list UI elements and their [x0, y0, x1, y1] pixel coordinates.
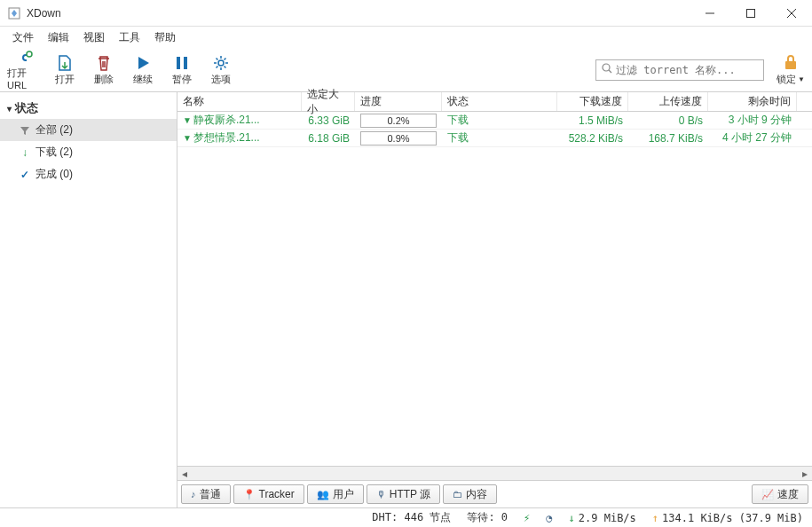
- arrow-down-icon: ↓: [569, 512, 575, 524]
- plug-icon: ⚡: [524, 512, 530, 524]
- folder-icon: 🗀: [453, 489, 462, 499]
- status-up: ↑134.1 KiB/s (37.9 MiB): [652, 512, 803, 524]
- pin-icon: 📍: [243, 489, 256, 500]
- table-row[interactable]: ▼静夜厮杀.21... 6.33 GiB 0.2% 下载 1.5 MiB/s 0…: [177, 112, 812, 130]
- status-down: ↓2.9 MiB/s: [569, 512, 636, 524]
- app-icon: [7, 6, 21, 20]
- scroll-left-icon[interactable]: ◂: [177, 467, 192, 480]
- status-bar: DHT: 446 节点 等待: 0 ⚡ ◔ ↓2.9 MiB/s ↑134.1 …: [0, 507, 812, 527]
- open-url-button[interactable]: 打开 URL: [7, 51, 44, 89]
- window-title: XDown: [27, 7, 690, 20]
- col-status[interactable]: 状态: [442, 92, 557, 111]
- options-button[interactable]: 选项: [202, 51, 240, 89]
- search-input[interactable]: [616, 64, 758, 76]
- col-name[interactable]: 名称: [177, 92, 302, 111]
- pause-icon: [175, 53, 189, 73]
- minimize-button[interactable]: [690, 0, 730, 27]
- lock-icon: [782, 54, 800, 73]
- status-dht: DHT: 446 节点: [372, 510, 451, 525]
- file-icon: [57, 53, 73, 73]
- gauge-icon: ◔: [546, 512, 552, 524]
- mic-icon: 🎙: [376, 489, 386, 499]
- note-icon: ♪: [191, 489, 196, 499]
- users-icon: 👥: [317, 489, 329, 500]
- search-box[interactable]: [595, 59, 764, 81]
- col-progress[interactable]: 进度: [355, 92, 442, 111]
- chart-icon: 📈: [761, 489, 774, 500]
- tab-tracker[interactable]: 📍Tracker: [233, 484, 304, 504]
- pause-button[interactable]: 暂停: [163, 51, 201, 89]
- resume-button[interactable]: 继续: [124, 51, 162, 89]
- link-icon: [17, 49, 35, 67]
- close-button[interactable]: [771, 0, 812, 27]
- col-down[interactable]: 下载速度: [557, 92, 628, 111]
- scroll-right-icon[interactable]: ▸: [798, 467, 812, 480]
- toolbar: 打开 URL 打开 删除 继续 暂停 选项 锁定▼: [0, 48, 812, 92]
- sidebar-item-downloading[interactable]: ↓ 下载 (2): [0, 141, 177, 163]
- open-button[interactable]: 打开: [46, 51, 83, 89]
- svg-point-8: [218, 60, 224, 66]
- svg-line-10: [609, 70, 611, 73]
- lock-button[interactable]: 锁定▼: [777, 54, 805, 86]
- download-icon: ▼: [183, 115, 192, 125]
- col-up[interactable]: 上传速度: [628, 92, 708, 111]
- status-plug: ⚡: [524, 512, 530, 524]
- menu-bar: 文件 编辑 视图 工具 帮助: [0, 27, 812, 48]
- sidebar: ▾ 状态 全部 (2) ↓ 下载 (2) ✓ 完成 (0): [0, 92, 177, 507]
- download-icon: ↓: [18, 146, 32, 159]
- title-bar: XDown: [0, 0, 812, 27]
- progress-bar: 0.9%: [360, 131, 437, 146]
- download-icon: ▼: [183, 133, 192, 143]
- sidebar-heading[interactable]: ▾ 状态: [0, 98, 177, 119]
- progress-bar: 0.2%: [360, 114, 437, 128]
- menu-file[interactable]: 文件: [5, 28, 41, 48]
- check-icon: ✓: [18, 169, 32, 181]
- arrow-up-icon: ↑: [652, 512, 658, 524]
- menu-tools[interactable]: 工具: [112, 28, 147, 48]
- search-icon: [602, 63, 612, 76]
- svg-point-5: [27, 51, 32, 57]
- grid-body: ▼静夜厮杀.21... 6.33 GiB 0.2% 下载 1.5 MiB/s 0…: [177, 112, 812, 466]
- chevron-down-icon: ▾: [7, 104, 12, 114]
- filter-icon: [18, 125, 32, 136]
- svg-rect-6: [177, 57, 180, 69]
- status-wait: 等待: 0: [467, 510, 508, 525]
- tab-general[interactable]: ♪普通: [181, 484, 231, 504]
- gear-icon: [212, 53, 230, 73]
- svg-rect-2: [747, 9, 755, 17]
- maximize-button[interactable]: [730, 0, 771, 27]
- svg-rect-11: [785, 61, 796, 69]
- svg-rect-7: [184, 57, 187, 69]
- col-size[interactable]: 选定大小: [302, 92, 355, 111]
- grid-header: 名称 选定大小 进度 状态 下载速度 上传速度 剩余时间: [177, 92, 812, 112]
- menu-help[interactable]: 帮助: [147, 28, 183, 48]
- trash-icon: [96, 53, 112, 73]
- horizontal-scrollbar[interactable]: ◂ ▸: [177, 466, 812, 480]
- sidebar-item-all[interactable]: 全部 (2): [0, 119, 177, 141]
- status-gauge: ◔: [546, 512, 552, 524]
- tab-http[interactable]: 🎙HTTP 源: [367, 484, 440, 504]
- table-row[interactable]: ▼梦想情景.21... 6.18 GiB 0.9% 下载 528.2 KiB/s…: [177, 130, 812, 147]
- tab-speed[interactable]: 📈速度: [752, 484, 808, 504]
- menu-view[interactable]: 视图: [76, 28, 112, 48]
- col-eta[interactable]: 剩余时间: [708, 92, 797, 111]
- play-icon: [135, 53, 151, 73]
- sidebar-item-completed[interactable]: ✓ 完成 (0): [0, 163, 177, 185]
- tab-users[interactable]: 👥用户: [307, 484, 364, 504]
- svg-point-9: [603, 64, 610, 71]
- delete-button[interactable]: 删除: [85, 51, 122, 89]
- chevron-down-icon: ▼: [798, 75, 805, 83]
- menu-edit[interactable]: 编辑: [41, 28, 76, 48]
- detail-tabs: ♪普通 📍Tracker 👥用户 🎙HTTP 源 🗀内容 📈速度: [177, 481, 812, 507]
- tab-content[interactable]: 🗀内容: [443, 484, 497, 504]
